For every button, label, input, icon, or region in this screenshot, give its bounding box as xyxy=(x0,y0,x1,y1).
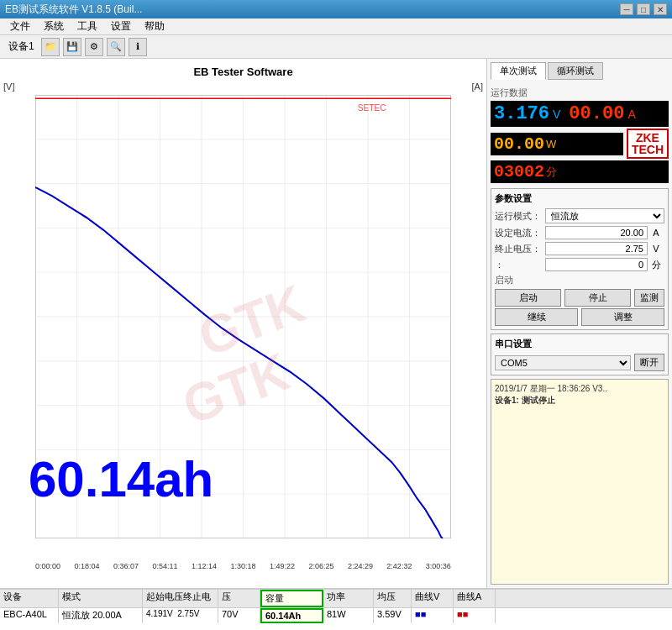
toolbar-settings[interactable]: ⚙ xyxy=(85,38,103,56)
voltage-stop-unit: V xyxy=(648,244,664,254)
menu-file[interactable]: 文件 xyxy=(3,19,37,34)
menu-settings[interactable]: 设置 xyxy=(104,19,138,34)
voltage-stop-label: 终止电压： xyxy=(495,243,545,255)
mode-row: 运行模式： 恒流放 xyxy=(495,208,664,223)
chart-area: EB Tester Software [V] [A] xyxy=(0,59,487,588)
svg-text:SETEC: SETEC xyxy=(358,103,386,113)
device-label: 设备1 xyxy=(5,39,38,54)
voltage-value: 3.176 xyxy=(494,103,549,124)
cell-end-v: 70V xyxy=(218,608,260,623)
chart-title: EB Tester Software xyxy=(3,66,483,78)
running-data-title: 运行数据 xyxy=(491,87,669,99)
cell-curvea: ■■ xyxy=(454,608,496,623)
table-header: 设备 模式 起始电压终止电 压 容量 功率 均压 曲线V 曲线A xyxy=(0,590,672,608)
header-avgv: 均压 xyxy=(374,590,412,607)
maximize-button[interactable]: □ xyxy=(637,3,650,15)
current-set-row: 设定电流： A xyxy=(495,226,664,239)
menu-help[interactable]: 帮助 xyxy=(138,19,171,34)
current-unit: A xyxy=(627,108,635,121)
continue-button[interactable]: 继续 xyxy=(495,308,578,326)
monitor-button[interactable]: 监测 xyxy=(634,289,664,307)
start-static-label: 启动 xyxy=(495,274,513,286)
current-set-label: 设定电流： xyxy=(495,227,545,239)
time-param-row: ： 分 xyxy=(495,258,664,271)
voltage-stop-row: 终止电压： V xyxy=(495,242,664,255)
tab-bar: 单次测试 循环测试 xyxy=(491,62,669,80)
header-power: 功率 xyxy=(323,590,374,607)
cell-capacity: 60.14Ah xyxy=(260,608,323,623)
tab-cycle-test[interactable]: 循环测试 xyxy=(548,62,603,80)
power-time-row: 00.00 W ZKE TECH xyxy=(491,129,669,159)
toolbar-open[interactable]: 📁 xyxy=(41,38,60,56)
serial-row: COM5 断开 xyxy=(495,354,664,371)
zke-logo: ZKE TECH xyxy=(627,129,669,159)
serial-title: 串口设置 xyxy=(495,338,664,350)
cell-avgv: 3.59V xyxy=(374,608,412,623)
menu-tools[interactable]: 工具 xyxy=(71,19,104,34)
start-button[interactable]: 启动 xyxy=(495,289,561,307)
window-title: EB测试系统软件 V1.8.5 (Buil... xyxy=(5,3,142,17)
time-unit: 分 xyxy=(546,165,557,180)
voltage-current-row: 3.176 V 00.00 A xyxy=(491,101,669,127)
chart-wrapper: [V] [A] xyxy=(3,81,483,575)
title-bar: EB测试系统软件 V1.8.5 (Buil... ─ □ ✕ xyxy=(0,0,672,18)
x-label-1: 0:18:04 xyxy=(74,562,99,570)
voltage-stop-input[interactable] xyxy=(545,242,648,255)
x-label-10: 3:00:36 xyxy=(426,562,451,570)
toolbar-info[interactable]: ℹ xyxy=(129,38,147,56)
x-label-2: 0:36:07 xyxy=(113,562,139,570)
current-value: 00.00 xyxy=(569,103,624,124)
toolbar-save[interactable]: 💾 xyxy=(63,38,81,56)
current-set-unit: A xyxy=(648,228,664,238)
toolbar: 设备1 📁 💾 ⚙ 🔍 ℹ xyxy=(0,35,672,59)
cell-power: 81W xyxy=(323,608,374,623)
log-date: 2019/1/7 星期一 18:36:26 V3.. xyxy=(495,383,664,395)
disconnect-button[interactable]: 断开 xyxy=(634,354,664,371)
cell-start-v: 4.191V 2.75V xyxy=(143,608,218,623)
continue-adjust-buttons: 继续 调整 xyxy=(495,308,664,326)
zke-line1: ZKE xyxy=(632,132,664,144)
menu-bar: 文件 系统 工具 设置 帮助 xyxy=(0,18,672,35)
header-capacity: 容量 xyxy=(260,590,323,607)
serial-port-select[interactable]: COM5 xyxy=(495,355,631,370)
zke-line2: TECH xyxy=(632,144,664,155)
power-unit: W xyxy=(546,138,556,150)
mode-label: 运行模式： xyxy=(495,210,545,223)
params-section: 参数设置 运行模式： 恒流放 设定电流： A 终止电压： V ： 分 xyxy=(491,188,669,330)
tab-single-test[interactable]: 单次测试 xyxy=(491,62,546,80)
power-value: 00.00 xyxy=(494,134,544,154)
x-label-5: 1:30:18 xyxy=(230,562,255,570)
table-row: EBC-A40L 恒流放 20.00A 4.191V 2.75V 70V 60.… xyxy=(0,608,672,623)
cell-curvev: ■■ xyxy=(412,608,454,623)
stop-button[interactable]: 停止 xyxy=(564,289,631,307)
main-container: EB Tester Software [V] [A] xyxy=(0,59,672,588)
x-axis-labels: 0:00:00 0:18:04 0:36:07 0:54:11 1:12:14 … xyxy=(35,562,451,570)
power-display: 00.00 W xyxy=(491,133,623,155)
cell-mode: 恒流放 20.00A xyxy=(59,608,143,623)
close-button[interactable]: ✕ xyxy=(654,3,667,15)
toolbar-search[interactable]: 🔍 xyxy=(107,38,125,56)
menu-system[interactable]: 系统 xyxy=(37,19,71,34)
time-param-input[interactable] xyxy=(545,258,648,271)
capacity-big-text: 60.14ah xyxy=(29,450,213,508)
header-device: 设备 xyxy=(0,590,59,607)
header-end-v: 压 xyxy=(218,590,260,607)
log-section: 2019/1/7 星期一 18:36:26 V3.. 设备1: 测试停止 xyxy=(491,379,669,585)
y-axis-left-label: [V] xyxy=(3,81,14,92)
x-label-3: 0:54:11 xyxy=(152,562,177,570)
window-controls: ─ □ ✕ xyxy=(620,3,667,15)
current-set-input[interactable] xyxy=(545,226,648,239)
x-label-6: 1:49:22 xyxy=(270,562,295,570)
time-param-unit: 分 xyxy=(648,259,664,271)
minimize-button[interactable]: ─ xyxy=(620,3,633,15)
serial-section: 串口设置 COM5 断开 xyxy=(491,333,669,375)
adjust-button[interactable]: 调整 xyxy=(581,308,664,326)
time-param-label: ： xyxy=(495,259,545,271)
running-data-section: 运行数据 3.176 V 00.00 A 00.00 W ZKE TECH xyxy=(491,87,669,185)
x-label-0: 0:00:00 xyxy=(35,562,60,570)
cell-device: EBC-A40L xyxy=(0,608,59,623)
voltage-unit: V xyxy=(553,108,560,121)
params-title: 参数设置 xyxy=(495,192,664,205)
header-curvea: 曲线A xyxy=(454,590,496,607)
mode-select[interactable]: 恒流放 xyxy=(545,208,664,223)
